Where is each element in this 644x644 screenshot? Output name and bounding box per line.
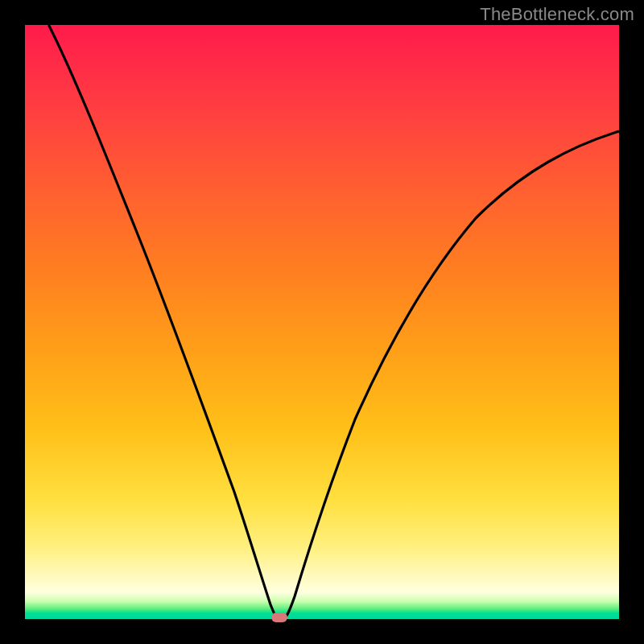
- curve-path: [49, 25, 620, 619]
- plot-area: [25, 25, 619, 619]
- optimal-point-marker: [271, 613, 287, 622]
- watermark-text: TheBottleneck.com: [480, 4, 634, 25]
- bottleneck-curve: [25, 25, 619, 619]
- chart-frame: TheBottleneck.com: [0, 0, 644, 644]
